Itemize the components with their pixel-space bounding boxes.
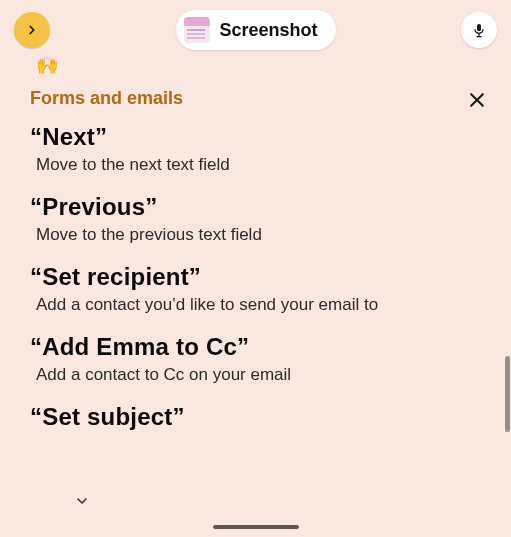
home-indicator[interactable] — [213, 525, 299, 529]
expand-button[interactable] — [68, 487, 96, 515]
top-bar: Screenshot — [0, 0, 511, 58]
command-title: “Next” — [30, 123, 481, 151]
context-pill-label: Screenshot — [219, 20, 317, 41]
close-icon — [467, 90, 487, 110]
microphone-icon — [471, 22, 487, 38]
chevron-right-icon — [25, 23, 39, 37]
command-item[interactable]: “Next”Move to the next text field — [30, 123, 481, 175]
command-item[interactable]: “Set subject” — [30, 403, 481, 431]
svg-rect-1 — [476, 36, 481, 37]
microphone-button[interactable] — [461, 12, 497, 48]
context-thumbnail-icon — [183, 17, 209, 43]
command-description: Move to the previous text field — [30, 225, 481, 245]
emoji-preview: 🙌 — [0, 56, 511, 74]
command-description: Add a contact to Cc on your email — [30, 365, 481, 385]
command-title: “Set subject” — [30, 403, 481, 431]
close-button[interactable] — [463, 86, 491, 114]
forward-button[interactable] — [14, 12, 50, 48]
command-item[interactable]: “Previous”Move to the previous text fiel… — [30, 193, 481, 245]
command-title: “Add Emma to Cc” — [30, 333, 481, 361]
context-pill[interactable]: Screenshot — [175, 10, 335, 50]
commands-list: “Next”Move to the next text field“Previo… — [30, 123, 481, 431]
command-title: “Previous” — [30, 193, 481, 221]
section-title: Forms and emails — [30, 88, 481, 109]
command-item[interactable]: “Set recipient”Add a contact you’d like … — [30, 263, 481, 315]
command-title: “Set recipient” — [30, 263, 481, 291]
command-description: Add a contact you’d like to send your em… — [30, 295, 481, 315]
command-description: Move to the next text field — [30, 155, 481, 175]
svg-rect-0 — [478, 34, 479, 36]
chevron-down-icon — [74, 493, 90, 509]
command-item[interactable]: “Add Emma to Cc”Add a contact to Cc on y… — [30, 333, 481, 385]
scrollbar-thumb[interactable] — [505, 356, 510, 432]
commands-section: Forms and emails “Next”Move to the next … — [0, 88, 511, 431]
